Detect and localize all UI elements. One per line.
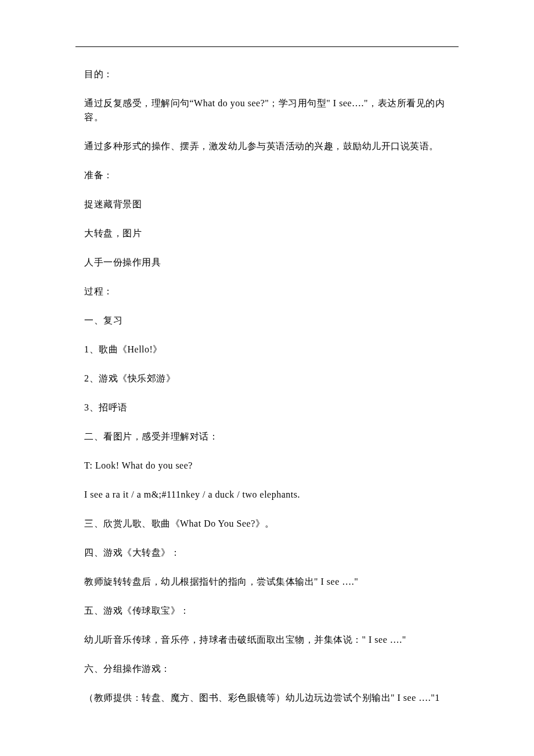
para-7: 过程： (84, 285, 450, 298)
para-17: 教师旋转转盘后，幼儿根据指针的指向，尝试集体输出" I see …." (84, 575, 450, 589)
para-2: 通过多种形式的操作、摆弄，激发幼儿参与英语活动的兴趣，鼓励幼儿开口说英语。 (84, 139, 450, 153)
para-4: 捉迷藏背景图 (84, 197, 450, 211)
para-19: 幼儿听音乐传球，音乐停，持球者击破纸面取出宝物，并集体说：" I see …." (84, 633, 450, 647)
para-1: 通过反复感受，理解问句“What do you see?"；学习用句型" I s… (84, 96, 450, 124)
para-8: 一、复习 (84, 314, 450, 327)
para-12: 二、看图片，感受并理解对话： (84, 430, 450, 444)
para-0: 目的： (84, 67, 450, 81)
para-13: T: Look! What do you see? (84, 459, 450, 473)
header-rule (75, 46, 459, 47)
para-14: I see a ra it / a m&;#111nkey / a duck /… (84, 488, 450, 502)
para-16: 四、游戏《大转盘》： (84, 546, 450, 560)
para-5: 大转盘，图片 (84, 226, 450, 240)
para-15: 三、欣赏儿歌、歌曲《What Do You See?》。 (84, 517, 450, 531)
para-21: （教师提供：转盘、魔方、图书、彩色眼镜等）幼儿边玩边尝试个别输出" I see … (84, 691, 450, 705)
para-20: 六、分组操作游戏： (84, 662, 450, 676)
para-18: 五、游戏《传球取宝》： (84, 604, 450, 618)
document-page: 目的： 通过反复感受，理解问句“What do you see?"；学习用句型"… (0, 0, 534, 756)
para-9: 1、歌曲《Hello!》 (84, 343, 450, 357)
para-11: 3、招呼语 (84, 401, 450, 415)
para-10: 2、游戏《快乐郊游》 (84, 372, 450, 386)
para-6: 人手一份操作用具 (84, 255, 450, 269)
para-3: 准备： (84, 168, 450, 182)
document-content: 目的： 通过反复感受，理解问句“What do you see?"；学习用句型"… (84, 67, 450, 720)
